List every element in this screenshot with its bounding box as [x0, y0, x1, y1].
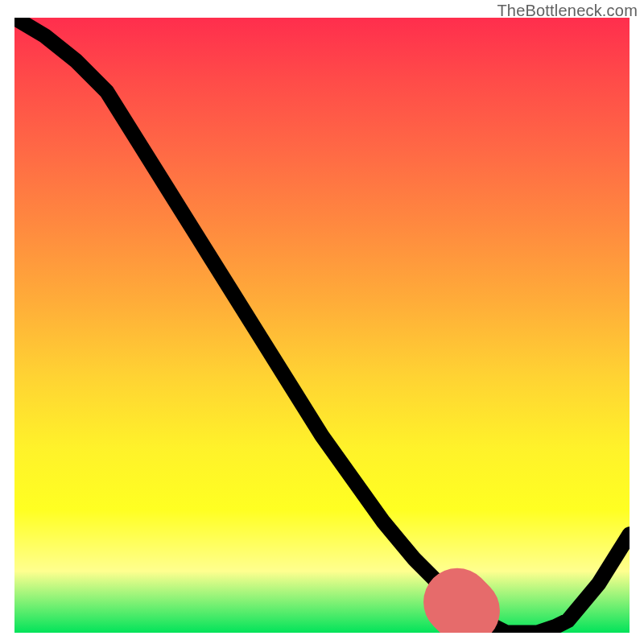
- chart-container: TheBottleneck.com: [0, 0, 644, 644]
- bottleneck-curve-line: [14, 18, 630, 633]
- chart-svg: [14, 18, 630, 633]
- plot-area: [14, 18, 630, 633]
- watermark-text: TheBottleneck.com: [497, 2, 638, 20]
